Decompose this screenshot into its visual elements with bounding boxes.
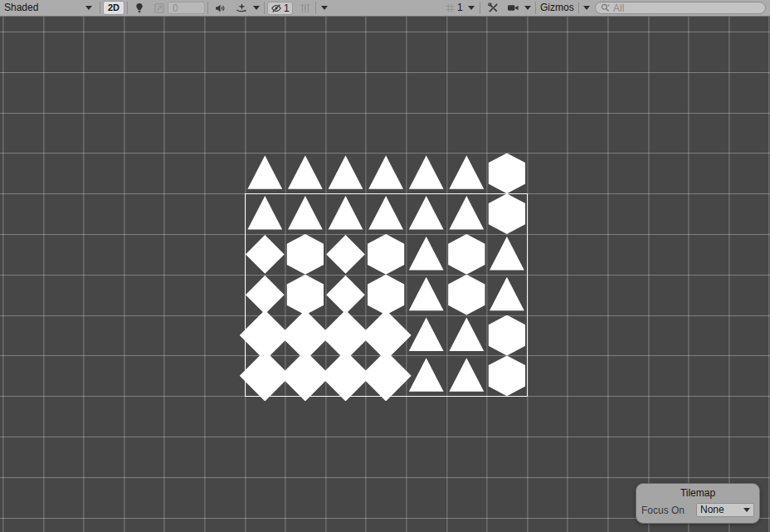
panel-title: Tilemap <box>636 487 759 499</box>
focus-on-dropdown[interactable]: None <box>696 503 754 517</box>
triangle-shape <box>366 153 407 193</box>
scene-camera-button[interactable] <box>504 1 521 15</box>
lighting-toggle-button[interactable] <box>130 1 149 15</box>
2d-mode-button[interactable]: 2D <box>103 1 124 15</box>
audio-toggle-button[interactable] <box>211 1 229 15</box>
scene-view[interactable]: Tilemap Focus On None <box>0 17 770 532</box>
tile-triangle[interactable] <box>446 153 487 193</box>
effects-icon <box>235 2 247 14</box>
tilemap-overlay-panel: Tilemap Focus On None <box>636 483 760 524</box>
triangle-shape <box>446 153 487 193</box>
tile-triangle[interactable] <box>285 153 326 193</box>
triangle-shape <box>245 153 285 193</box>
editor-tools-button[interactable] <box>483 1 503 15</box>
chevron-down-icon <box>743 508 750 512</box>
search-input[interactable] <box>613 2 761 14</box>
light-bulb-icon <box>134 2 145 14</box>
camera-icon <box>507 2 519 13</box>
grid-snap-dropdown-button[interactable] <box>319 1 330 15</box>
triangle-shape <box>325 153 366 193</box>
visibility-count: 1 <box>284 2 290 16</box>
chevron-down-icon <box>583 6 590 10</box>
scene-view-toolbar: Shaded 2D 0 <box>0 0 770 17</box>
hexagon-shape <box>487 153 528 193</box>
toolbar-separator <box>127 2 128 14</box>
grid-snap-icon <box>296 1 313 15</box>
triangle-shape <box>406 153 446 193</box>
tools-icon <box>487 2 500 14</box>
effects-dropdown-button[interactable] <box>251 1 262 15</box>
toolbar-separator <box>264 2 265 14</box>
focus-on-label: Focus On <box>641 505 685 516</box>
tilemap-selection-outline <box>245 193 528 397</box>
toolbar-separator <box>315 2 316 14</box>
tile-triangle[interactable] <box>325 153 366 193</box>
gizmos-label: Gizmos <box>540 1 574 15</box>
exposure-field[interactable]: 0 <box>168 2 205 14</box>
chevron-down-icon <box>253 6 260 10</box>
tile-triangle[interactable] <box>366 153 407 193</box>
search-icon <box>600 2 611 13</box>
toolbar-separator <box>100 2 100 14</box>
scene-search[interactable] <box>595 2 766 14</box>
tile-triangle[interactable] <box>245 153 285 193</box>
hidden-eye-icon <box>270 2 282 14</box>
chevron-down-icon <box>321 6 328 10</box>
gizmos-dropdown[interactable]: Gizmos <box>539 1 592 15</box>
tile-hexagon[interactable] <box>487 153 528 193</box>
grid-visibility-icon <box>444 1 456 15</box>
chevron-down-icon <box>468 6 475 10</box>
toolbar-separator <box>480 2 480 14</box>
grid-visibility-count: 1 <box>457 1 463 15</box>
triangle-shape <box>285 153 326 193</box>
grid-dropdown-button[interactable] <box>465 1 477 15</box>
toolbar-separator <box>578 2 579 13</box>
chevron-down-icon <box>85 6 92 10</box>
focus-on-value: None <box>700 503 743 517</box>
toolbar-separator <box>207 2 208 14</box>
exposure-icon <box>152 1 167 15</box>
speaker-icon <box>214 2 226 14</box>
scene-visibility-button[interactable]: 1 <box>267 2 293 15</box>
chevron-down-icon <box>524 6 531 10</box>
toolbar-separator <box>535 2 536 14</box>
camera-dropdown-button[interactable] <box>522 1 534 15</box>
shading-mode-label: Shaded <box>4 1 38 15</box>
tile-triangle[interactable] <box>406 153 446 193</box>
shading-mode-dropdown[interactable]: Shaded <box>2 1 96 15</box>
effects-toggle-button[interactable] <box>231 1 250 15</box>
